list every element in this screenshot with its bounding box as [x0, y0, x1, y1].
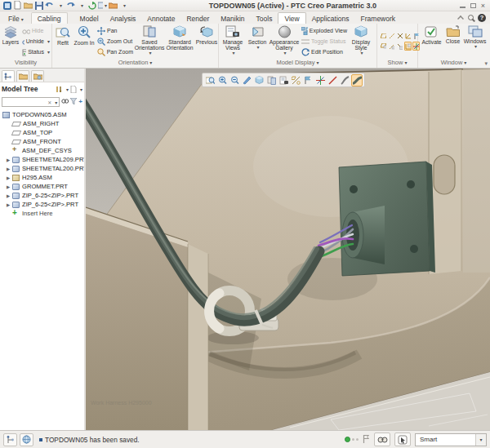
command-search-icon[interactable] [468, 15, 474, 20]
collapse-ribbon-icon[interactable] [457, 16, 464, 22]
redo-dropdown[interactable] [77, 1, 86, 10]
cable-shaded-display-icon[interactable] [351, 74, 363, 86]
standard-orientation-button[interactable]: Standard Orientation [164, 24, 195, 58]
redo-button[interactable] [66, 1, 75, 10]
tree-row-datum[interactable]: ASM_RIGHT [0, 119, 84, 128]
zoom-in-icon[interactable] [216, 74, 228, 86]
minimize-icon[interactable] [460, 7, 466, 8]
tab-manikin[interactable]: Manikin [215, 13, 250, 24]
close-icon[interactable]: × [481, 2, 485, 10]
axis-display-toggle[interactable] [388, 31, 395, 40]
plane-tag-display-toggle[interactable] [380, 42, 387, 51]
tree-settings-icon[interactable] [56, 86, 63, 93]
tab-folder-browser[interactable] [16, 70, 29, 82]
tab-applications[interactable]: Applications [306, 13, 355, 24]
zoom-in-button[interactable]: Zoom In [73, 24, 96, 58]
tree-row-root[interactable]: TOPDOWN05.ASM [0, 110, 84, 119]
group-label-window[interactable]: Window [418, 58, 489, 68]
expander-icon[interactable]: ▶ [7, 193, 12, 198]
tab-annotate[interactable]: Annotate [141, 13, 180, 24]
tree-row-csys[interactable]: ASM_DEF_CSYS [0, 146, 84, 155]
find-button[interactable] [374, 432, 390, 446]
appearance-gallery-button[interactable]: Appearance Gallery [269, 24, 300, 58]
refit-button[interactable]: Refit [53, 24, 73, 58]
tree-row-component[interactable]: ▶ZIP_6-25<ZIP>.PRT [0, 191, 84, 200]
tab-framework[interactable]: Framework [355, 13, 402, 24]
tab-render[interactable]: Render [180, 13, 215, 24]
save-button[interactable] [34, 1, 43, 10]
tree-search-box[interactable]: ✕ [2, 97, 60, 107]
close-window-button[interactable]: Close [443, 24, 463, 58]
tab-file[interactable]: File [2, 13, 29, 24]
manage-views-button[interactable]: Manage Views [220, 24, 246, 58]
expander-icon[interactable]: ▶ [7, 166, 12, 171]
pan-zoom-button[interactable]: Pan Zoom [97, 47, 133, 57]
spin-center-icon[interactable] [314, 74, 326, 86]
zoom-out-icon[interactable] [229, 74, 240, 86]
saved-orientations-icon[interactable] [265, 74, 277, 86]
graphics-area[interactable]: Work Harness H295000 [86, 69, 490, 430]
selection-filter-dropdown[interactable]: Smart ▾ [415, 433, 487, 446]
open-button[interactable] [24, 1, 33, 10]
tab-model[interactable]: Model [74, 13, 105, 24]
view-manager-icon[interactable] [278, 74, 289, 86]
ribbon-options-caret[interactable]: ▾ [484, 60, 488, 67]
layers-button[interactable]: Layers [1, 24, 20, 58]
group-label-model-display[interactable]: Model Display [219, 58, 376, 68]
tree-row-component[interactable]: ▶SHEETMETAL200.PRT [0, 164, 84, 173]
undo-button[interactable] [45, 1, 54, 10]
csys-display-toggle[interactable] [404, 31, 412, 40]
tree-settings-caret[interactable] [65, 86, 69, 92]
activate-button[interactable]: Activate [421, 24, 443, 58]
connector[interactable] [339, 162, 435, 276]
group-label-orientation[interactable]: Orientation [52, 58, 218, 68]
cable-wire-display-icon[interactable] [339, 74, 350, 86]
regenerate-button[interactable] [87, 1, 96, 10]
annotation-display-icon[interactable] [302, 74, 314, 86]
exploded-view-button[interactable]: Exploded View [301, 26, 347, 36]
expander-icon[interactable]: ▶ [7, 157, 12, 162]
tab-model-tree[interactable] [2, 70, 15, 82]
expander-icon[interactable]: ▶ [7, 202, 12, 207]
section-button[interactable]: Section [246, 24, 269, 58]
point-tag-display-toggle[interactable] [396, 42, 403, 51]
flag-icon[interactable] [363, 434, 370, 446]
tree-search-input[interactable] [3, 100, 47, 105]
close-file-button[interactable] [109, 1, 118, 10]
add-column-icon[interactable]: + [78, 99, 82, 105]
tree-show-icon[interactable] [70, 86, 77, 93]
toggle-model-tree-button[interactable] [3, 433, 17, 446]
edit-position-button[interactable]: Edit Position [301, 47, 347, 57]
group-label-show[interactable]: Show [377, 58, 417, 68]
tab-cabling[interactable]: Cabling [31, 12, 68, 24]
expander-icon[interactable]: ▶ [7, 184, 12, 189]
zoom-out-button[interactable]: Zoom Out [97, 37, 133, 47]
axis-tag-display-toggle[interactable] [388, 42, 395, 51]
tab-analysis[interactable]: Analysis [105, 13, 142, 24]
display-style-button[interactable]: Display Style [349, 24, 373, 58]
clear-search-icon[interactable]: ✕ [47, 100, 52, 105]
status-button[interactable]: Status [22, 47, 50, 57]
toggle-browser-button[interactable] [20, 433, 33, 446]
display-style-icon[interactable] [253, 74, 265, 86]
tree-row-insert-here[interactable]: Insert Here [0, 209, 84, 218]
expander-icon[interactable]: ▶ [7, 175, 12, 180]
tree-show-caret[interactable] [78, 86, 82, 92]
tab-view[interactable]: View [278, 12, 305, 24]
restore-icon[interactable] [470, 3, 476, 8]
pan-button[interactable]: Pan [97, 26, 133, 36]
filter-icon[interactable] [70, 98, 77, 106]
cable-centerline-display-icon[interactable] [327, 74, 338, 86]
select-status-button[interactable] [394, 432, 411, 446]
qat-customize-dropdown[interactable] [119, 1, 128, 10]
find-icon[interactable] [61, 98, 69, 106]
undo-dropdown[interactable] [56, 1, 65, 10]
windows-button[interactable]: Windows [463, 24, 488, 58]
tree-row-component[interactable]: ▶SHEETMETAL209.PRT [0, 155, 84, 164]
search-options-caret[interactable] [52, 100, 58, 105]
csys-tag-display-toggle[interactable] [404, 42, 412, 51]
tree-row-component[interactable]: ▶H295.ASM [0, 173, 84, 182]
window-dropdown[interactable] [98, 1, 107, 10]
tab-tools[interactable]: Tools [251, 13, 278, 24]
tab-favorites[interactable] [31, 70, 44, 82]
